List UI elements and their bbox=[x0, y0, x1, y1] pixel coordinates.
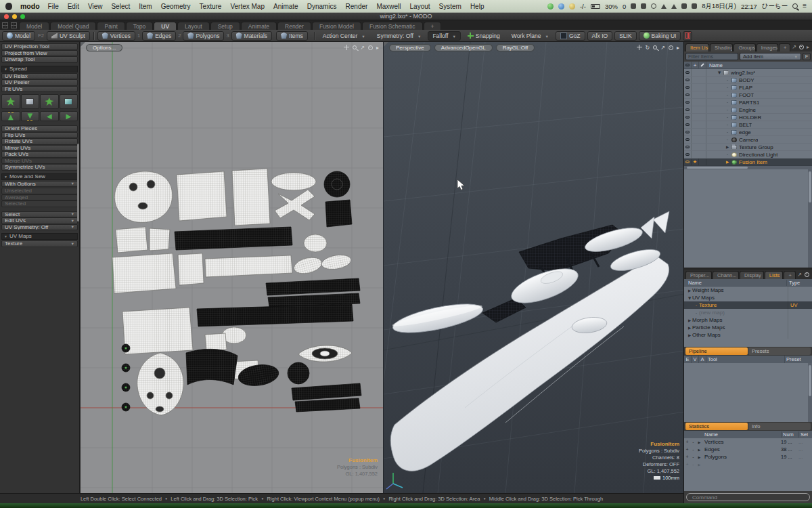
item-label[interactable]: BODY bbox=[739, 77, 754, 83]
selection-mode-button[interactable]: Materials bbox=[231, 31, 272, 41]
menu-item[interactable]: Item bbox=[139, 3, 152, 10]
apple-menu-icon[interactable] bbox=[5, 3, 12, 10]
panel-tab[interactable]: + bbox=[779, 43, 790, 51]
app-menu[interactable]: modo bbox=[20, 2, 40, 10]
eye-icon[interactable] bbox=[685, 71, 690, 74]
item-label[interactable]: wing2.lxo* bbox=[731, 70, 755, 76]
item-label[interactable]: Directional Light bbox=[739, 152, 777, 158]
eye-icon[interactable] bbox=[685, 138, 690, 141]
maximize-icon[interactable] bbox=[792, 43, 796, 50]
item-list-row[interactable]: - FOOT bbox=[684, 91, 812, 99]
add-to-selection-icon[interactable] bbox=[684, 447, 690, 452]
viewport-corner-marker[interactable] bbox=[384, 42, 388, 47]
disclosure-arrow[interactable]: - bbox=[724, 130, 731, 134]
wifi-icon[interactable] bbox=[661, 3, 667, 9]
map-list-row[interactable]: ▶ Other Maps bbox=[684, 331, 812, 339]
menu-time[interactable]: 22:17 bbox=[741, 3, 757, 10]
disclosure-arrow[interactable] bbox=[696, 454, 702, 459]
menu-item[interactable]: Render bbox=[346, 3, 368, 10]
layout-tab[interactable]: + bbox=[424, 22, 442, 30]
item-label[interactable]: Engine bbox=[739, 107, 756, 113]
3d-perspective-viewport[interactable]: Perspective AdvancedOpenGL RayGL:Off Fus… bbox=[383, 42, 683, 493]
panel-tab[interactable]: Shading bbox=[710, 43, 733, 51]
stretch-figure-tool-button[interactable] bbox=[40, 94, 59, 109]
gear-icon[interactable] bbox=[799, 45, 804, 49]
uv-tool-button[interactable]: Fit UVs bbox=[1, 86, 78, 93]
viewport-corner-marker[interactable] bbox=[81, 42, 85, 47]
uv-dropdown[interactable]: Edit UVs bbox=[1, 217, 78, 224]
gear-icon[interactable] bbox=[368, 45, 373, 50]
selection-mode-button[interactable]: Polygons bbox=[183, 31, 224, 41]
uv-sculpt-button[interactable]: UV Sculpt bbox=[47, 31, 90, 41]
move-left-button[interactable]: ◀ bbox=[40, 111, 59, 121]
action-center-dropdown[interactable]: Action Center bbox=[318, 31, 370, 41]
gear-icon[interactable] bbox=[669, 45, 673, 50]
layout-tab[interactable]: UV bbox=[154, 22, 177, 30]
uv-tool-button[interactable]: Mirror UVs bbox=[1, 145, 78, 152]
layout-grid-icon-2[interactable] bbox=[11, 22, 17, 28]
disclosure-arrow[interactable]: ▼ bbox=[687, 296, 692, 300]
item-list-row[interactable]: ▼ wing2.lxo* bbox=[684, 69, 812, 77]
map-label[interactable]: Texture bbox=[699, 302, 788, 308]
uv-tool-button[interactable]: UV Peeler bbox=[1, 79, 78, 86]
snapping-button[interactable]: Snapping bbox=[463, 31, 505, 41]
move-down-button[interactable]: ▼ bbox=[21, 111, 40, 121]
texture-map-dropdown[interactable]: Texture bbox=[1, 240, 78, 247]
item-tree-vscrollbar[interactable] bbox=[808, 169, 812, 268]
uv-tool-button[interactable]: Flip UVs bbox=[1, 132, 78, 139]
layout-tab[interactable]: Animate bbox=[241, 22, 277, 30]
disclosure-arrow[interactable]: - bbox=[724, 137, 731, 142]
disclosure-arrow[interactable]: - bbox=[694, 303, 699, 308]
panel-tab[interactable]: Presets bbox=[748, 347, 811, 355]
eye-icon[interactable] bbox=[685, 116, 690, 119]
move-right-button[interactable]: ▶ bbox=[60, 111, 78, 121]
disclosure-arrow[interactable]: - bbox=[724, 93, 731, 97]
shading-mode-button[interactable]: AdvancedOpenGL bbox=[434, 44, 493, 51]
layout-tab[interactable]: Paint bbox=[97, 22, 125, 30]
selection-mode-button[interactable]: Items bbox=[276, 31, 308, 41]
disclosure-arrow[interactable]: - bbox=[724, 108, 731, 112]
disclosure-arrow[interactable]: ▶ bbox=[724, 160, 731, 164]
menu-item[interactable]: View bbox=[88, 3, 103, 10]
with-options-dropdown[interactable]: With Options bbox=[1, 181, 78, 188]
disclosure-arrow[interactable]: - bbox=[724, 123, 731, 127]
map-list-row[interactable]: - (new map) bbox=[684, 309, 812, 316]
status-app-icon-blue[interactable] bbox=[558, 3, 564, 9]
disclosure-arrow[interactable] bbox=[696, 462, 702, 467]
layout-tab[interactable]: Model Quad bbox=[50, 22, 96, 30]
slik-button[interactable]: SLIK bbox=[614, 31, 636, 41]
uv-tool-button[interactable]: Symmetrize UVs bbox=[1, 164, 78, 171]
item-label[interactable]: FLAP bbox=[739, 85, 752, 91]
menu-item[interactable]: System bbox=[439, 3, 461, 10]
statistics-row[interactable]: Vertices 19 ... ... bbox=[684, 438, 812, 446]
spotlight-icon[interactable] bbox=[792, 3, 798, 9]
falloff-dropdown[interactable]: Falloff bbox=[428, 31, 460, 41]
menu-user[interactable]: ひーちー bbox=[762, 2, 788, 11]
disclosure-arrow[interactable]: ▶ bbox=[687, 318, 692, 322]
add-to-selection-icon[interactable] bbox=[684, 440, 690, 444]
pan-icon[interactable] bbox=[637, 45, 642, 50]
map-list-row[interactable]: ▶ Particle Maps bbox=[684, 324, 812, 331]
uv-tool-button[interactable]: Merge UVs bbox=[1, 158, 78, 165]
item-label[interactable]: BELT bbox=[739, 122, 752, 128]
spread-section-header[interactable]: Spread bbox=[1, 66, 78, 72]
disclosure-arrow[interactable]: ▼ bbox=[716, 70, 723, 75]
map-list-row[interactable]: ▶ Weight Maps bbox=[684, 287, 812, 294]
notification-center-icon[interactable]: ≡ bbox=[803, 3, 807, 9]
map-list-row[interactable]: - Texture UV bbox=[684, 301, 812, 309]
project-cube-tool-button[interactable] bbox=[21, 94, 40, 109]
uv-tool-button[interactable]: UV Projection Tool bbox=[1, 43, 78, 50]
maximize-icon[interactable] bbox=[797, 271, 802, 278]
panel-tab[interactable]: Statistics bbox=[685, 423, 748, 430]
item-list-row[interactable]: - HOLDER bbox=[684, 114, 812, 121]
status-app-icon-green[interactable] bbox=[547, 3, 554, 9]
disclosure-arrow[interactable] bbox=[696, 440, 702, 444]
panel-tab[interactable]: Lists bbox=[765, 271, 784, 279]
uv-tool-button[interactable]: UV Relax bbox=[1, 73, 78, 80]
afx-io-button[interactable]: Afx IO bbox=[587, 31, 613, 41]
baking-ui-button[interactable]: Baking UI bbox=[639, 31, 681, 41]
perspective-view-button[interactable]: Perspective bbox=[389, 44, 431, 51]
unwrap-cube-tool-button[interactable] bbox=[60, 94, 78, 109]
uv-tool-button[interactable]: Unwrap Tool bbox=[1, 56, 78, 63]
disclosure-arrow[interactable]: - bbox=[724, 100, 731, 104]
